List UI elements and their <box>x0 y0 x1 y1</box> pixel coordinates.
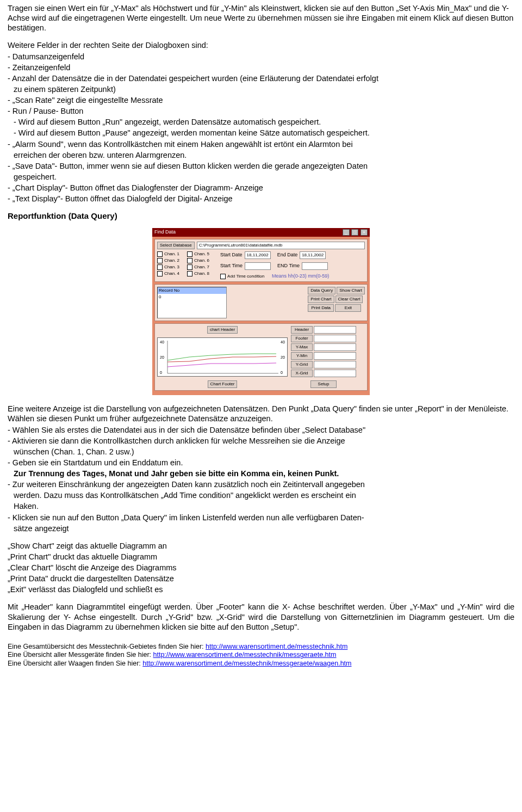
footer-text: Eine Übersicht aller Messgeräte finden S… <box>8 651 153 659</box>
end-date-field[interactable]: 18,11,2002 <box>300 251 326 259</box>
list-item: - Datumsanzeigenfeld <box>8 52 514 61</box>
list-item: - Geben sie ein Startdatum und ein Endda… <box>8 458 514 467</box>
list-item-cont: sätze angezeigt <box>14 524 514 533</box>
time-format-note: Means hh(0-23) mm(0-59) <box>272 273 329 279</box>
ygrid-field[interactable] <box>314 361 356 368</box>
window-buttons: _ □ × <box>342 229 368 236</box>
chart-preview: 40 20 0 40 20 0 <box>157 337 288 377</box>
add-time-condition-checkbox[interactable]: Add Time condition <box>220 274 264 279</box>
footer-link-2[interactable]: http://www.warensortiment.de/messtechnik… <box>153 651 337 659</box>
find-data-dialog: Find Data _ □ × Select Database C:\Progr… <box>152 228 370 395</box>
show-chart-button[interactable]: Show Chart <box>337 287 365 294</box>
paragraph-line: „Print Data" druckt die dargestellten Da… <box>8 574 514 583</box>
footer-links: Eine Gesamtübersicht des Messtechnik-Geb… <box>8 643 514 668</box>
section-heading: Reportfunktion (Data Query) <box>8 211 514 222</box>
paragraph-line: „Show Chart" zeigt das aktuelle Diagramm… <box>8 541 514 551</box>
list-item: - „Alarm Sound", wenn das Kontrollkästch… <box>8 139 514 149</box>
footer-field[interactable] <box>314 335 356 342</box>
list-item: - Run / Pause- Button <box>8 106 514 116</box>
chan6-checkbox[interactable]: Chan. 6 <box>187 258 209 263</box>
chan1-checkbox[interactable]: Chan. 1 <box>157 251 179 257</box>
list-item: - Zeitanzeigenfeld <box>8 63 514 72</box>
paragraph: Tragen sie einen Wert ein für „Y-Max" al… <box>8 3 514 33</box>
end-time-label: END Time <box>277 263 300 269</box>
svg-text:40: 40 <box>160 340 164 344</box>
record-list-cell: 0 <box>158 294 226 300</box>
record-list-header: Record No <box>158 287 226 294</box>
list-item: - „Chart Display"- Button öffnet das Dia… <box>8 183 514 193</box>
header-button[interactable]: Header <box>291 326 313 334</box>
list-item: - „Save Data"- Button, immer wenn sie au… <box>8 161 514 171</box>
list-item-cont: werden. Dazu muss das Kontrollkätschen „… <box>14 490 514 500</box>
select-database-button[interactable]: Select Database <box>157 242 195 249</box>
chart-header-button[interactable]: chart Header <box>207 326 238 334</box>
header-field[interactable] <box>314 326 356 334</box>
chan8-checkbox[interactable]: Chan. 8 <box>187 271 209 276</box>
ymax-field[interactable] <box>314 343 356 351</box>
database-path-field[interactable]: C:\Programme\Lutron801\data\datafile.mdb <box>197 242 365 249</box>
list-item-cont: gespeichert. <box>14 172 514 182</box>
list-item: - „Scan Rate" zeigt die eingestellte Mes… <box>8 95 514 105</box>
paragraph: Mit „Header" kann Diagrammtitel eingefüg… <box>8 602 514 631</box>
print-chart-button[interactable]: Print Chart <box>308 296 334 303</box>
footer-text: Eine Übersicht aller Waagen finden Sie h… <box>8 660 142 667</box>
footer-button[interactable]: Footer <box>291 335 313 342</box>
chan2-checkbox[interactable]: Chan. 2 <box>157 258 179 263</box>
list-item-cont: erreichen der oberen bzw. unteren Alarmg… <box>14 150 514 160</box>
setup-button[interactable]: Setup <box>310 380 337 388</box>
xgrid-field[interactable] <box>314 370 356 377</box>
chan3-checkbox[interactable]: Chan. 3 <box>157 264 179 270</box>
svg-text:20: 20 <box>281 355 285 359</box>
xgrid-button[interactable]: X-Grid <box>291 370 313 377</box>
chan5-checkbox[interactable]: Chan. 5 <box>187 251 209 257</box>
list-item: - Klicken sie nun auf den Button „Data Q… <box>8 513 514 522</box>
end-date-label: End Date <box>277 252 298 258</box>
ymin-field[interactable] <box>314 352 356 360</box>
list-item-bold: Zur Trennung des Tages, Monat und Jahr g… <box>14 469 514 478</box>
footer-link-1[interactable]: http://www.warensortiment.de/messtechnik… <box>206 643 347 650</box>
start-date-field[interactable]: 18,11,2002 <box>245 251 271 259</box>
data-query-button[interactable]: Data Query <box>308 287 335 294</box>
ymax-button[interactable]: Y-Max <box>291 343 313 351</box>
start-time-field[interactable] <box>245 262 271 270</box>
paragraph-line: „Print Chart" druckt das aktuelle Diagra… <box>8 552 514 562</box>
list-intro: Weitere Felder in der rechten Seite der … <box>8 40 514 50</box>
list-item: - Anzahl der Datensätze die in der Daten… <box>8 73 514 83</box>
chan4-checkbox[interactable]: Chan. 4 <box>157 271 179 276</box>
close-icon[interactable]: × <box>361 229 368 236</box>
paragraph: Eine weitere Anzeige ist die Darstellung… <box>8 404 514 423</box>
chan7-checkbox[interactable]: Chan. 7 <box>187 264 209 270</box>
list-item: - Wählen Sie als erstes die Datendatei a… <box>8 425 514 435</box>
svg-text:40: 40 <box>281 340 285 344</box>
clear-chart-button[interactable]: Clear Chart <box>335 296 363 303</box>
list-item-cont: zu einem späteren Zeitpunkt) <box>14 84 514 94</box>
chart-footer-button[interactable]: Chart Footer <box>208 380 238 388</box>
footer-link-3[interactable]: http://www.warensortiment.de/messtechnik… <box>142 660 351 667</box>
end-time-field[interactable] <box>302 262 328 270</box>
ymin-button[interactable]: Y-Min <box>291 352 313 360</box>
list-item: - Zur weiteren Einschränkung der angezei… <box>8 479 514 489</box>
svg-text:0: 0 <box>160 371 162 374</box>
print-data-button[interactable]: Print Data <box>308 304 334 312</box>
paragraph-line: „Clear Chart" löscht die Anzeige des Dia… <box>8 563 514 573</box>
list-item-cont: Haken. <box>14 501 514 511</box>
minimize-icon[interactable]: _ <box>343 229 350 236</box>
maximize-icon[interactable]: □ <box>351 229 358 236</box>
paragraph-line: „Exit" verlässt das Dialogfeld und schli… <box>8 585 514 594</box>
start-time-label: Start Time <box>220 263 243 269</box>
exit-button[interactable]: Exit <box>335 304 361 312</box>
list-subitem: - Wird auf diesem Button „Run" angezeigt… <box>14 117 514 127</box>
list-subitem: - Wird auf diesem Button „Pause" angezei… <box>14 128 514 138</box>
list-item: - Aktivieren sie dann die Kontrollkästch… <box>8 436 514 446</box>
list-item-cont: wünschen (Chan. 1, Chan. 2 usw.) <box>14 447 514 457</box>
record-listbox[interactable]: Record No 0 <box>157 287 227 318</box>
ygrid-button[interactable]: Y-Grid <box>291 361 313 368</box>
svg-text:20: 20 <box>160 355 164 359</box>
dialog-title: Find Data <box>154 229 176 235</box>
svg-text:0: 0 <box>281 371 283 374</box>
start-date-label: Start Date <box>220 252 243 258</box>
list-item: - „Text Display"- Button öffnet das Dial… <box>8 194 514 204</box>
footer-text: Eine Gesamtübersicht des Messtechnik-Geb… <box>8 643 206 650</box>
